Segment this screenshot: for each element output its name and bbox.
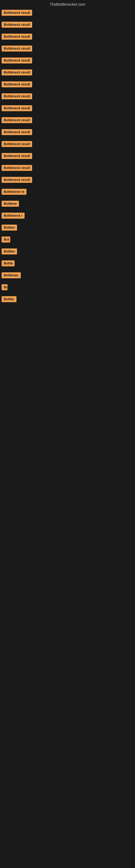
- list-item: Bottleneck result: [2, 153, 135, 160]
- list-item: Bottleneck result: [2, 93, 135, 100]
- list-item: Bottlen: [2, 225, 135, 231]
- list-item: Bottleneck result: [2, 165, 135, 172]
- bottleneck-badge[interactable]: Bottlen: [2, 225, 17, 230]
- list-item: Bottleneck r: [2, 213, 135, 220]
- bottleneck-badge[interactable]: Bottleneck result: [2, 69, 32, 75]
- list-item: Bottleneck result: [2, 45, 135, 53]
- list-item: Bottleneck result: [2, 105, 135, 112]
- bottleneck-badge[interactable]: Bottleneck result: [2, 105, 32, 111]
- bottleneck-badge[interactable]: Bottleneck re: [2, 189, 27, 195]
- list-item: Bottleneck result: [2, 82, 135, 88]
- list-item: Bottleneck result: [2, 34, 135, 41]
- bottleneck-badge[interactable]: Bottleneck result: [2, 129, 32, 135]
- bottleneck-badge[interactable]: Bot: [2, 237, 10, 243]
- bottleneck-badge[interactable]: Bottleneck result: [2, 141, 32, 147]
- list-item: Bottlen: [2, 248, 135, 255]
- bottleneck-badge[interactable]: Bottler: [2, 296, 16, 302]
- bottleneck-badge[interactable]: Bottleneck r: [2, 213, 25, 219]
- bottleneck-badge[interactable]: Bottleneck result: [2, 153, 32, 159]
- list-item: Bottleneck result: [2, 69, 135, 76]
- bottleneck-badge[interactable]: Bottlen: [2, 248, 17, 254]
- bottleneck-badge[interactable]: Bottleneck result: [2, 117, 32, 123]
- bottleneck-badge[interactable]: Bottleneck result: [2, 22, 32, 28]
- list-item: Bot: [2, 237, 135, 244]
- bottleneck-badge[interactable]: Bo: [2, 284, 8, 290]
- list-item: Bottleneck result: [2, 22, 135, 29]
- list-item: Bo: [2, 284, 135, 291]
- list-item: Bottleneck result: [2, 129, 135, 136]
- bottleneck-badge[interactable]: Bottleneck result: [2, 10, 32, 16]
- list-item: Bottleneck result: [2, 177, 135, 184]
- list-item: Bottlene: [2, 201, 135, 208]
- list-item: Bottleneck result: [2, 10, 135, 17]
- list-item: Bottleneck result: [2, 58, 135, 65]
- bottleneck-badge[interactable]: Bottleneck result: [2, 34, 32, 40]
- list-item: Bottleneck result: [2, 117, 135, 124]
- bottleneck-badge[interactable]: Bottleneck result: [2, 177, 32, 183]
- list-item: Bottler: [2, 296, 135, 303]
- list-item: Bottleneck re: [2, 189, 135, 196]
- bottleneck-badge[interactable]: Bottleneck result: [2, 45, 32, 52]
- bottleneck-badge[interactable]: Bottleneck result: [2, 93, 32, 99]
- list-item: Bottle: [2, 260, 135, 268]
- bottleneck-badge[interactable]: Bottleneck result: [2, 165, 32, 171]
- bottleneck-badge[interactable]: Bottlenec: [2, 272, 21, 278]
- site-header: TheBottlenecker.com: [0, 0, 135, 10]
- site-title: TheBottlenecker.com: [50, 2, 85, 6]
- list-item: Bottleneck result: [2, 141, 135, 148]
- bottleneck-badge[interactable]: Bottlene: [2, 201, 19, 207]
- bottleneck-badge[interactable]: Bottleneck result: [2, 58, 32, 63]
- items-container: Bottleneck resultBottleneck resultBottle…: [0, 10, 135, 303]
- bottleneck-badge[interactable]: Bottleneck result: [2, 82, 32, 87]
- bottleneck-badge[interactable]: Bottle: [2, 260, 14, 267]
- list-item: Bottlenec: [2, 272, 135, 279]
